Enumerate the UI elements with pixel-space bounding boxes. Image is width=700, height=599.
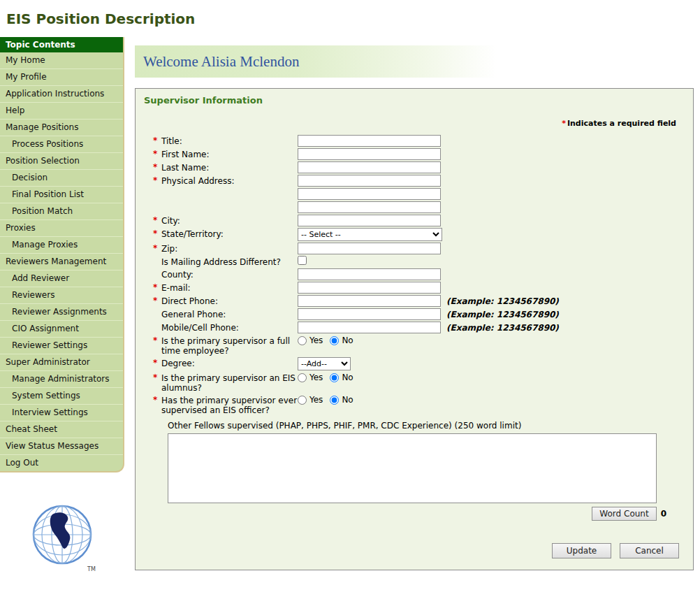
cancel-button[interactable]: Cancel: [620, 543, 679, 558]
sidebar-item-reviewer-assignments[interactable]: Reviewer Assignments: [0, 304, 123, 321]
sidebar-item-add-reviewer[interactable]: Add Reviewer: [0, 270, 123, 287]
city-input[interactable]: [298, 215, 441, 226]
full-time-yes-radio[interactable]: [298, 336, 307, 345]
supervised-eis-no-label[interactable]: No: [342, 395, 353, 405]
supervisor-form: *Title: *First Name: *Last Name: *Physic…: [136, 135, 693, 558]
sidebar-item-reviewers-management[interactable]: Reviewers Management: [0, 254, 123, 270]
page-title: EIS Position Description: [0, 0, 700, 37]
city-label: City:: [161, 216, 180, 226]
physical-address-label: Physical Address:: [161, 176, 234, 186]
degree-select[interactable]: --Add--: [298, 357, 351, 370]
eis-alumnus-yes-radio[interactable]: [298, 373, 307, 382]
required-field-note: *Indicates a required field: [136, 119, 693, 128]
sidebar-item-process-positions[interactable]: Process Positions: [0, 136, 123, 153]
email-input[interactable]: [298, 282, 441, 294]
sidebar-item-cio-assignment[interactable]: CIO Assignment: [0, 321, 123, 338]
mailing-different-label: Is Mailing Address Different?: [161, 257, 281, 267]
supervised-eis-yes-label[interactable]: Yes: [309, 395, 323, 405]
sidebar-item-my-home[interactable]: My Home: [0, 52, 123, 69]
full-time-no-radio[interactable]: [330, 336, 339, 345]
supervised-eis-yes-radio[interactable]: [298, 396, 307, 405]
globe-logo: TM: [27, 500, 97, 573]
degree-label: Degree:: [161, 359, 195, 368]
left-column: Topic Contents My HomeMy ProfileApplicat…: [0, 37, 126, 575]
general-phone-label: General Phone:: [161, 310, 226, 319]
form-row-last-name: *Last Name:: [153, 161, 693, 173]
form-row-mailing-different: Is Mailing Address Different?: [153, 256, 693, 267]
sidebar-item-position-selection[interactable]: Position Selection: [0, 153, 123, 170]
eis-alumnus-no-label[interactable]: No: [342, 373, 353, 382]
sidebar-item-reviewers[interactable]: Reviewers: [0, 287, 123, 304]
form-row-city: *City:: [153, 215, 693, 226]
sidebar-item-interview-settings[interactable]: Interview Settings: [0, 405, 123, 421]
sidebar-item-decision[interactable]: Decision: [0, 170, 123, 187]
sidebar-item-super-administrator[interactable]: Super Administrator: [0, 354, 123, 371]
zip-label: Zip:: [161, 244, 177, 254]
form-row-supervised-eis: *Has the primary supervisor ever supervi…: [153, 394, 693, 415]
sidebar-items: My HomeMy ProfileApplication Instruction…: [0, 52, 123, 471]
email-label: E-mail:: [161, 283, 191, 293]
first-name-input[interactable]: [298, 148, 441, 160]
state-select[interactable]: -- Select --: [298, 228, 442, 241]
sidebar-item-reviewer-settings[interactable]: Reviewer Settings: [0, 338, 123, 354]
supervised-eis-label: Has the primary supervisor ever supervis…: [161, 396, 297, 415]
sidebar-item-cheat-sheet[interactable]: Cheat Sheet: [0, 421, 123, 438]
last-name-input[interactable]: [298, 161, 441, 173]
form-row-county: County:: [153, 268, 693, 280]
sidebar-item-log-out[interactable]: Log Out: [0, 455, 123, 471]
full-time-no-label[interactable]: No: [342, 335, 353, 345]
other-fellows-label: Other Fellows supervised (PHAP, PHPS, PH…: [168, 421, 693, 431]
main-content: Welcome Alisia Mclendon Supervisor Infor…: [135, 37, 698, 570]
county-input[interactable]: [298, 268, 441, 280]
direct-phone-input[interactable]: [298, 295, 441, 307]
sidebar-item-manage-proxies[interactable]: Manage Proxies: [0, 237, 123, 254]
welcome-banner: Welcome Alisia Mclendon: [135, 45, 497, 78]
direct-phone-example: (Example: 1234567890): [446, 296, 559, 306]
sidebar-item-my-profile[interactable]: My Profile: [0, 69, 123, 86]
sidebar-item-system-settings[interactable]: System Settings: [0, 388, 123, 405]
update-button[interactable]: Update: [552, 543, 611, 558]
mailing-different-checkbox[interactable]: [298, 256, 307, 265]
form-row-degree: *Degree: --Add--: [153, 357, 693, 370]
word-count-button[interactable]: Word Count: [592, 507, 656, 521]
title-label: Title:: [161, 136, 182, 146]
physical-address-input-1[interactable]: [298, 175, 441, 187]
form-row-general-phone: General Phone: (Example: 1234567890): [153, 308, 693, 320]
mobile-phone-example: (Example: 1234567890): [446, 323, 559, 333]
sidebar-item-proxies[interactable]: Proxies: [0, 220, 123, 237]
full-time-yes-label[interactable]: Yes: [309, 335, 323, 345]
word-count-row: Word Count 0: [168, 507, 666, 521]
general-phone-example: (Example: 1234567890): [446, 310, 559, 319]
last-name-label: Last Name:: [161, 163, 209, 173]
logo-container: TM: [0, 500, 124, 575]
form-row-zip: *Zip:: [153, 243, 693, 254]
form-row-mobile-phone: Mobile/Cell Phone: (Example: 1234567890): [153, 322, 693, 333]
other-fellows-textarea[interactable]: [168, 433, 657, 503]
physical-address-input-2[interactable]: [298, 188, 441, 200]
sidebar-item-application-instructions[interactable]: Application Instructions: [0, 86, 123, 103]
physical-address-input-3[interactable]: [298, 201, 441, 213]
mobile-phone-input[interactable]: [298, 322, 441, 333]
form-row-email: *E-mail:: [153, 282, 693, 294]
full-time-label: Is the primary supervisor a full time em…: [161, 336, 290, 356]
sidebar-item-help[interactable]: Help: [0, 103, 123, 120]
form-row-full-time: *Is the primary supervisor a full time e…: [153, 335, 693, 356]
zip-input[interactable]: [298, 243, 441, 254]
sidebar: Topic Contents My HomeMy ProfileApplicat…: [0, 37, 124, 472]
sidebar-item-position-match[interactable]: Position Match: [0, 203, 123, 220]
form-row-eis-alumnus: *Is the primary supervisor an EIS alumnu…: [153, 372, 693, 393]
first-name-label: First Name:: [161, 150, 210, 159]
eis-alumnus-label: Is the primary supervisor an EIS alumnus…: [161, 373, 296, 393]
sidebar-item-manage-positions[interactable]: Manage Positions: [0, 120, 123, 136]
supervised-eis-radio-group: Yes No: [298, 394, 359, 405]
full-time-radio-group: Yes No: [298, 335, 359, 345]
supervised-eis-no-radio[interactable]: [330, 396, 339, 405]
form-row-title: *Title:: [153, 135, 693, 147]
sidebar-item-final-position-list[interactable]: Final Position List: [0, 187, 123, 203]
eis-alumnus-yes-label[interactable]: Yes: [309, 373, 323, 382]
title-input[interactable]: [298, 135, 441, 147]
sidebar-item-manage-administrators[interactable]: Manage Administrators: [0, 371, 123, 388]
eis-alumnus-no-radio[interactable]: [330, 373, 339, 382]
sidebar-item-view-status-messages[interactable]: View Status Messages: [0, 438, 123, 455]
general-phone-input[interactable]: [298, 308, 441, 320]
